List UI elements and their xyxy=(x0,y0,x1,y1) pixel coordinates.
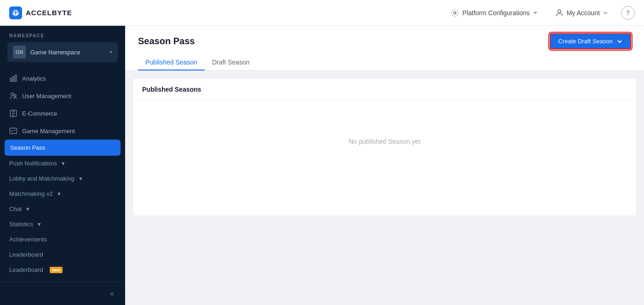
sidebar-nav: Analytics User Management E-Commerce xyxy=(0,66,125,282)
sidebar-item-chat[interactable]: Chat ▾ xyxy=(0,201,125,217)
ecommerce-icon xyxy=(9,109,17,117)
card-header: Published Seasons xyxy=(133,78,636,101)
sidebar-item-push-notifications-label: Push Notifications xyxy=(9,160,57,167)
my-account-button[interactable]: My Account xyxy=(551,6,612,20)
card-title: Published Seasons xyxy=(142,86,627,93)
help-button[interactable]: ? xyxy=(621,6,635,20)
sidebar-item-leaderboard-new-label: Leaderboard xyxy=(9,266,43,273)
sidebar-item-leaderboard-new[interactable]: Leaderboard New xyxy=(0,262,125,277)
empty-state-message: No published Season yet xyxy=(349,138,420,145)
sidebar-item-analytics-label: Analytics xyxy=(22,75,46,82)
page-header: Season Pass Create Draft Season Publishe… xyxy=(125,26,644,70)
sidebar-item-game-management[interactable]: Game Management xyxy=(0,122,125,140)
content-area: Published Seasons No published Season ye… xyxy=(125,70,644,305)
sidebar-item-matchmaking-v2[interactable]: Matchmaking v2 ▾ xyxy=(0,186,125,201)
sidebar-item-leaderboard-label: Leaderboard xyxy=(9,251,43,258)
page-title: Season Pass xyxy=(138,36,195,47)
header-right: Platform Configurations My Account ? xyxy=(447,6,635,20)
sidebar-item-matchmaking-v2-label: Matchmaking v2 xyxy=(9,190,53,197)
push-notifications-chevron: ▾ xyxy=(62,160,65,167)
gear-icon xyxy=(450,8,460,18)
sidebar-item-lobby-matchmaking-label: Lobby and Matchmaking xyxy=(9,175,75,182)
my-account-label: My Account xyxy=(567,9,600,17)
sidebar-item-lobby-matchmaking[interactable]: Lobby and Matchmaking ▾ xyxy=(0,171,125,186)
svg-point-0 xyxy=(454,12,456,14)
create-draft-season-button[interactable]: Create Draft Season xyxy=(550,33,631,49)
sidebar-item-user-management[interactable]: User Management xyxy=(0,87,125,105)
svg-rect-4 xyxy=(15,75,17,82)
sidebar-item-season-pass-label: Season Pass xyxy=(10,144,46,151)
published-seasons-card: Published Seasons No published Season ye… xyxy=(132,78,637,216)
game-management-icon xyxy=(9,127,17,135)
chat-chevron: ▾ xyxy=(26,205,29,212)
help-icon: ? xyxy=(626,9,630,17)
main-content: Season Pass Create Draft Season Publishe… xyxy=(125,26,644,305)
sidebar-item-season-pass[interactable]: Season Pass xyxy=(5,140,121,156)
namespace-badge: GN xyxy=(13,46,26,59)
namespace-selector[interactable]: GN Game Namespace ▾ xyxy=(7,42,118,62)
new-badge: New xyxy=(50,267,63,273)
sidebar-collapse: « xyxy=(0,282,125,305)
app-header: ACCELBYTE Platform Configurations My Acc… xyxy=(0,0,644,26)
matchmaking-v2-chevron: ▾ xyxy=(58,190,61,197)
logo-icon xyxy=(9,6,22,19)
platform-config-chevron xyxy=(533,10,538,16)
sidebar-item-leaderboard[interactable]: Leaderboard xyxy=(0,247,125,262)
lobby-matchmaking-chevron: ▾ xyxy=(79,175,82,182)
sidebar: NAMESPACE GN Game Namespace ▾ Analytics … xyxy=(0,26,125,305)
svg-point-5 xyxy=(11,93,14,95)
analytics-icon xyxy=(9,74,17,82)
svg-rect-2 xyxy=(10,78,12,82)
sidebar-item-statistics[interactable]: Statistics ▾ xyxy=(0,217,125,232)
collapse-button[interactable]: « xyxy=(106,287,118,299)
platform-config-button[interactable]: Platform Configurations xyxy=(447,6,541,20)
sidebar-item-ecommerce-label: E-Commerce xyxy=(22,110,58,117)
empty-state: No published Season yet xyxy=(133,101,636,182)
namespace-name: Game Namespace xyxy=(30,49,105,56)
sidebar-item-analytics[interactable]: Analytics xyxy=(0,70,125,87)
svg-rect-3 xyxy=(13,76,14,82)
platform-config-label: Platform Configurations xyxy=(462,9,529,17)
logo-text: ACCELBYTE xyxy=(26,9,72,17)
sidebar-item-achievements[interactable]: Achievements xyxy=(0,232,125,247)
sidebar-item-game-management-label: Game Management xyxy=(22,128,75,135)
sidebar-item-achievements-label: Achievements xyxy=(9,236,47,243)
sidebar-item-statistics-label: Statistics xyxy=(9,221,33,228)
namespace-label: NAMESPACE xyxy=(7,33,118,38)
tab-draft-season[interactable]: Draft Season xyxy=(205,55,257,70)
svg-rect-8 xyxy=(10,128,17,134)
sidebar-item-push-notifications[interactable]: Push Notifications ▾ xyxy=(0,156,125,171)
namespace-section: NAMESPACE GN Game Namespace ▾ xyxy=(0,26,125,66)
sidebar-item-chat-label: Chat xyxy=(9,205,22,212)
sidebar-item-ecommerce[interactable]: E-Commerce xyxy=(0,105,125,122)
statistics-chevron: ▾ xyxy=(38,221,41,228)
user-icon xyxy=(555,8,564,18)
create-btn-chevron xyxy=(616,38,623,45)
title-row: Season Pass Create Draft Season xyxy=(138,33,631,49)
logo-area: ACCELBYTE xyxy=(9,6,447,19)
create-btn-label: Create Draft Season xyxy=(558,38,613,45)
namespace-chevron: ▾ xyxy=(109,49,112,55)
svg-point-1 xyxy=(558,10,561,13)
tab-published-season[interactable]: Published Season xyxy=(138,55,205,70)
tabs: Published Season Draft Season xyxy=(138,55,631,70)
svg-point-6 xyxy=(14,94,17,97)
my-account-chevron xyxy=(603,10,608,16)
user-management-icon xyxy=(9,92,17,100)
sidebar-item-user-management-label: User Management xyxy=(22,93,71,100)
